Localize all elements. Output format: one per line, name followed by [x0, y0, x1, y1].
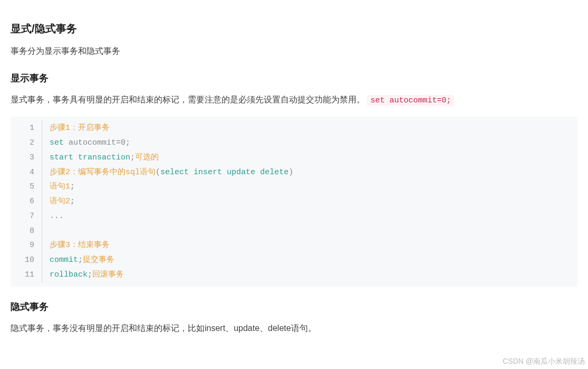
- code-content: 步骤3：结束事务: [42, 238, 110, 253]
- explicit-desc-text: 显式事务，事务具有明显的开启和结束的标记，需要注意的是必须先设置自动提交功能为禁…: [11, 95, 365, 104]
- heading-implicit: 隐式事务: [11, 299, 577, 315]
- code-token: ...: [50, 212, 64, 221]
- code-token: insert: [194, 168, 222, 177]
- intro-paragraph: 事务分为显示事务和隐式事务: [11, 44, 577, 58]
- code-content: 语句2;: [42, 194, 75, 209]
- code-token: 回滚事务: [92, 270, 124, 279]
- implicit-desc-paragraph: 隐式事务，事务没有明显的开启和结束的标记，比如insert、update、del…: [11, 321, 577, 335]
- code-line: 5语句1;: [11, 179, 577, 194]
- code-content: rollback;回滚事务: [42, 268, 124, 282]
- code-token: ;: [88, 270, 92, 279]
- line-number: 8: [11, 224, 42, 239]
- line-number: 6: [11, 194, 42, 209]
- code-token: autocommit: [64, 138, 116, 147]
- line-number: 7: [11, 209, 42, 224]
- line-number: 1: [11, 121, 42, 136]
- code-token: update: [227, 168, 255, 177]
- line-number: 5: [11, 179, 42, 194]
- code-token: ;: [70, 197, 75, 206]
- code-token: ;: [70, 182, 75, 191]
- code-token: 步骤2：编写事务中的sql语句: [50, 168, 156, 177]
- code-content: [42, 224, 54, 239]
- line-number: 9: [11, 238, 42, 253]
- code-line: 7...: [11, 209, 577, 224]
- code-token: 0: [121, 138, 126, 147]
- heading-explicit: 显示事务: [11, 71, 577, 86]
- code-token: 语句2: [50, 197, 70, 206]
- code-token: =: [116, 138, 121, 147]
- code-line: 8: [11, 224, 577, 239]
- line-number: 2: [11, 136, 42, 150]
- code-line: 10commit;提交事务: [11, 253, 577, 268]
- code-content: set autocommit=0;: [42, 136, 130, 150]
- code-token: (: [156, 168, 160, 177]
- code-token: ): [288, 168, 293, 177]
- code-token: ;: [130, 153, 135, 162]
- code-token: delete: [260, 168, 288, 177]
- code-token: set: [50, 138, 64, 147]
- code-token: [189, 168, 194, 177]
- code-block: 1步骤1：开启事务2set autocommit=0;3start transa…: [11, 117, 577, 286]
- code-content: commit;提交事务: [42, 253, 114, 268]
- code-line: 6语句2;: [11, 194, 577, 209]
- code-token: select: [160, 168, 189, 177]
- code-token: ;: [78, 256, 83, 264]
- inline-code-autocommit: set autocommit=0;: [367, 95, 454, 106]
- code-token: ;: [126, 138, 130, 147]
- code-token: [73, 153, 78, 162]
- code-line: 1步骤1：开启事务: [11, 121, 577, 136]
- code-content: ...: [42, 209, 64, 224]
- heading-main: 显式/隐式事务: [11, 20, 577, 37]
- code-line: 2set autocommit=0;: [11, 136, 577, 150]
- code-content: 步骤2：编写事务中的sql语句(select insert update del…: [42, 165, 293, 180]
- code-line: 9步骤3：结束事务: [11, 238, 577, 253]
- line-number: 11: [11, 268, 42, 282]
- code-token: 步骤1：开启事务: [50, 124, 110, 133]
- code-token: 提交事务: [83, 256, 114, 264]
- code-token: 语句1: [50, 182, 70, 191]
- code-token: [222, 168, 227, 177]
- code-token: [255, 168, 260, 177]
- line-number: 4: [11, 165, 42, 180]
- code-line: 3start transaction;可选的: [11, 150, 577, 165]
- code-line: 11rollback;回滚事务: [11, 268, 577, 282]
- code-content: 步骤1：开启事务: [42, 121, 110, 136]
- code-token: start: [50, 153, 73, 162]
- line-number: 10: [11, 253, 42, 268]
- code-token: transaction: [78, 153, 130, 162]
- code-token: 可选的: [135, 153, 159, 162]
- code-token: 步骤3：结束事务: [50, 241, 110, 250]
- code-token: rollback: [50, 270, 88, 279]
- code-content: start transaction;可选的: [42, 150, 159, 165]
- code-content: 语句1;: [42, 179, 75, 194]
- line-number: 3: [11, 150, 42, 165]
- code-line: 4步骤2：编写事务中的sql语句(select insert update de…: [11, 165, 577, 180]
- code-token: commit: [50, 256, 78, 264]
- explicit-desc-paragraph: 显式事务，事务具有明显的开启和结束的标记，需要注意的是必须先设置自动提交功能为禁…: [11, 93, 577, 107]
